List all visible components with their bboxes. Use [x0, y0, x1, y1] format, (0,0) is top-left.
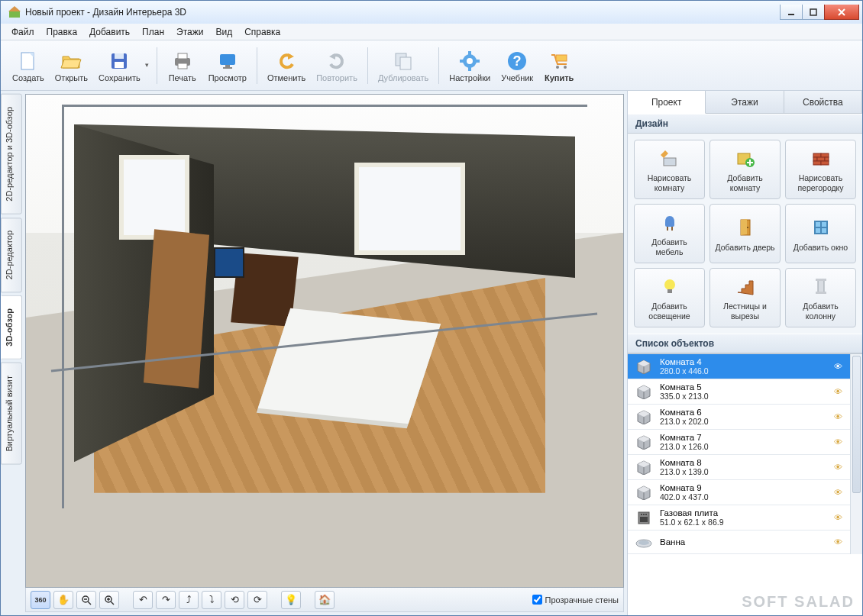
visibility-eye-icon[interactable]: 👁: [832, 488, 844, 497]
menu-add[interactable]: Добавить: [83, 25, 136, 39]
visibility-eye-icon[interactable]: 👁: [832, 463, 844, 472]
svg-rect-13: [225, 65, 230, 67]
orbit-left-icon: ⟲: [231, 594, 239, 605]
rotate-left-button[interactable]: ↶: [133, 591, 153, 609]
tab-project[interactable]: Проект: [628, 91, 706, 114]
tab-properties[interactable]: Свойства: [784, 91, 862, 113]
object-list-item[interactable]: Комната 6213.0 x 202.0👁: [628, 405, 850, 430]
printer-icon: [170, 49, 195, 73]
tab-2d-editor[interactable]: 2D-редактор: [1, 218, 22, 292]
zoom-out-button[interactable]: [76, 591, 96, 609]
tab-virtual-visit[interactable]: Виртуальный визит: [1, 363, 22, 465]
door-icon: [733, 215, 758, 240]
object-dimensions: 280.0 x 446.0: [660, 366, 826, 376]
window-title: Новый проект - Дизайн Интерьера 3D: [25, 7, 781, 18]
orbit-left-button[interactable]: ⟲: [225, 591, 244, 609]
add-room-button[interactable]: Добавить комнату: [709, 140, 781, 199]
stairs-icon: [733, 274, 758, 298]
visibility-eye-icon[interactable]: 👁: [832, 362, 844, 371]
maximize-button[interactable]: [802, 5, 825, 20]
zoom-in-button[interactable]: [99, 591, 119, 609]
menu-view[interactable]: Вид: [209, 25, 238, 39]
close-button[interactable]: [824, 5, 859, 20]
object-icon: [634, 358, 654, 375]
design-tools-grid: Нарисовать комнату Добавить комнату Нари…: [628, 134, 862, 334]
tilt-up-button[interactable]: ⤴: [179, 591, 199, 609]
save-button[interactable]: Сохранить: [93, 44, 152, 87]
right-tabs: Проект Этажи Свойства: [628, 91, 862, 114]
preview-button[interactable]: Просмотр: [203, 44, 252, 87]
scene-background: [26, 95, 623, 587]
object-list-item[interactable]: Газовая плита51.0 x 62.1 x 86.9👁: [628, 505, 850, 531]
3d-viewport[interactable]: [25, 94, 624, 588]
draw-partition-button[interactable]: Нарисовать перегородку: [785, 140, 856, 199]
tab-3d-view[interactable]: 3D-обзор: [1, 295, 22, 360]
svg-rect-22: [468, 67, 471, 71]
scrollbar-thumb[interactable]: [852, 356, 861, 493]
pan-button[interactable]: ✋: [53, 591, 73, 609]
minimize-button[interactable]: [780, 5, 803, 20]
transparent-walls-checkbox[interactable]: Прозрачные стены: [532, 595, 619, 605]
rotate360-button[interactable]: 360: [31, 591, 50, 609]
svg-rect-23: [460, 60, 464, 63]
create-button[interactable]: Создать: [7, 44, 50, 87]
object-icon: [634, 534, 654, 550]
menu-file[interactable]: Файл: [5, 25, 40, 39]
svg-rect-57: [818, 280, 824, 292]
visibility-eye-icon[interactable]: 👁: [832, 387, 844, 396]
tutorial-button[interactable]: ? Учебник: [496, 44, 538, 87]
duplicate-button[interactable]: Дублировать: [373, 44, 434, 87]
visibility-eye-icon[interactable]: 👁: [832, 513, 844, 522]
menu-help[interactable]: Справка: [238, 25, 286, 39]
object-list-item[interactable]: Комната 7213.0 x 126.0👁: [628, 430, 850, 455]
menu-edit[interactable]: Правка: [40, 25, 84, 39]
object-list-scrollbar[interactable]: [850, 354, 862, 554]
object-list-item[interactable]: Комната 9402.0 x 437.0👁: [628, 480, 850, 505]
svg-rect-42: [813, 157, 817, 161]
object-list-item[interactable]: Комната 5335.0 x 213.0👁: [628, 379, 850, 405]
tab-floors[interactable]: Этажи: [706, 91, 784, 113]
rotate-right-button[interactable]: ↷: [156, 591, 176, 609]
stairs-cuts-button[interactable]: Лестницы и вырезы: [709, 268, 781, 327]
print-button[interactable]: Печать: [162, 44, 203, 87]
svg-point-84: [638, 540, 649, 545]
add-window-button[interactable]: Добавить окно: [785, 204, 856, 263]
tab-2d-3d-combo[interactable]: 2D-редактор и 3D-обзор: [1, 94, 22, 214]
visibility-eye-icon[interactable]: 👁: [832, 537, 844, 547]
object-list-item[interactable]: Ванна👁: [628, 531, 850, 554]
home-view-button[interactable]: 🏠: [315, 591, 335, 609]
object-list-item[interactable]: Комната 4280.0 x 446.0👁: [628, 354, 850, 379]
brick-wall-icon: [809, 146, 833, 170]
object-list-item[interactable]: Комната 8213.0 x 139.0👁: [628, 455, 850, 480]
redo-button[interactable]: Повторить: [311, 44, 363, 87]
toolbar-separator: [257, 47, 257, 84]
titlebar: Новый проект - Дизайн Интерьера 3D: [1, 1, 862, 24]
add-lighting-button[interactable]: Добавить освещение: [634, 268, 705, 327]
object-name: Комната 7: [660, 433, 826, 442]
add-column-button[interactable]: Добавить колонну: [785, 268, 856, 327]
add-furniture-button[interactable]: Добавить мебель: [634, 204, 705, 263]
svg-rect-50: [741, 219, 747, 235]
orbit-right-button[interactable]: ⟳: [247, 591, 267, 609]
transparent-walls-input[interactable]: [532, 595, 542, 605]
menu-plan[interactable]: План: [136, 25, 170, 39]
object-icon: [634, 459, 654, 476]
toolbar-separator: [157, 47, 157, 84]
tilt-down-button[interactable]: ⤵: [202, 591, 221, 609]
visibility-eye-icon[interactable]: 👁: [832, 437, 844, 447]
svg-point-55: [664, 279, 675, 290]
add-room-icon: [733, 146, 758, 170]
visibility-eye-icon[interactable]: 👁: [832, 412, 844, 421]
lighting-button[interactable]: 💡: [281, 591, 301, 609]
add-door-button[interactable]: Добавить дверь: [709, 204, 781, 263]
menu-floors[interactable]: Этажи: [170, 25, 209, 39]
svg-rect-3: [810, 9, 816, 15]
svg-point-28: [556, 66, 559, 69]
svg-point-82: [645, 514, 647, 515]
draw-room-button[interactable]: Нарисовать комнату: [634, 140, 705, 199]
buy-button[interactable]: Купить: [538, 44, 580, 87]
svg-point-81: [643, 514, 645, 515]
undo-button[interactable]: Отменить: [262, 44, 311, 87]
open-button[interactable]: Открыть: [50, 44, 93, 87]
settings-button[interactable]: Настройки: [444, 44, 496, 87]
